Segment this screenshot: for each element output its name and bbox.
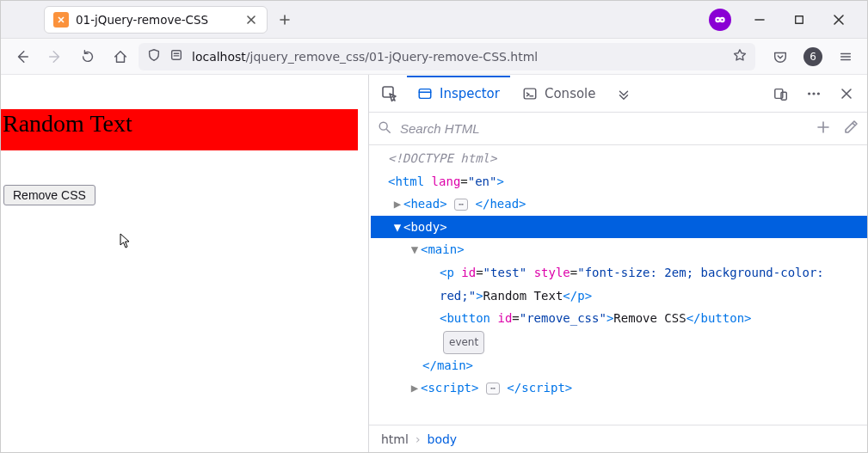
responsive-mode-icon[interactable] [766,78,797,109]
inspector-tab-label: Inspector [440,86,500,101]
devtools-menu-icon[interactable] [798,78,829,109]
p-node[interactable]: p id="test" style="font-size: 2em; backg… [371,261,867,307]
window-titlebar: 01-jQuery-remove-CSS [1,1,867,39]
main-close-node[interactable]: /main [371,354,867,377]
inspector-tab[interactable]: Inspector [407,76,510,112]
html-node[interactable]: html lang="en" [371,170,867,193]
devtools-tabbar: Inspector Console [369,75,867,113]
crumb-body[interactable]: body [428,432,458,446]
eyedropper-icon[interactable] [843,119,859,138]
devtools-search-bar [369,113,867,145]
account-counter[interactable]: 6 [798,42,828,71]
reload-button[interactable] [73,42,102,71]
console-tab[interactable]: Console [512,76,606,112]
bookmark-star-icon[interactable] [733,48,747,64]
app-menu-button[interactable] [831,42,860,71]
devtools-close-icon[interactable] [831,78,862,109]
tab-title: 01-jQuery-remove-CSS [76,13,237,27]
svg-point-13 [812,92,815,95]
back-button[interactable] [8,42,37,71]
page-viewport: Random Text Remove CSS [1,75,368,452]
devtools-panel: Inspector Console [368,75,867,452]
svg-rect-5 [796,15,803,23]
home-button[interactable] [106,42,135,71]
search-icon [378,120,391,137]
button-node[interactable]: button id="remove_css"Remove CSS/button [371,307,867,330]
svg-rect-6 [172,51,182,60]
page-info-icon[interactable] [169,48,183,64]
svg-point-4 [721,18,723,20]
crumb-html[interactable]: html [381,432,409,446]
address-bar[interactable]: localhost/jquery_remove_css/01-jQuery-re… [139,43,755,70]
mouse-cursor-icon [120,233,132,252]
browser-tab[interactable]: 01-jQuery-remove-CSS [44,6,268,34]
head-node[interactable]: ▶head ⋯ /head [371,193,867,216]
script-node[interactable]: ▶script ⋯ /script [371,376,867,400]
element-picker-icon[interactable] [374,78,405,109]
extension-badge-icon[interactable] [709,9,731,31]
body-node-selected[interactable]: ▼body [371,216,867,239]
breadcrumb-bar: html › body [369,425,867,452]
chevron-right-icon: › [416,432,421,446]
svg-rect-9 [524,89,536,99]
forward-button[interactable] [40,42,70,71]
browser-navbar: localhost/jquery_remove_css/01-jQuery-re… [1,39,867,75]
window-close-button[interactable] [819,6,859,34]
random-text-paragraph: Random Text [1,109,358,150]
xampp-favicon-icon [53,12,69,28]
dom-tree[interactable]: <!DOCTYPE html> html lang="en" ▶head ⋯ /… [369,145,867,425]
doctype-node[interactable]: <!DOCTYPE html> [388,151,496,165]
more-tabs-icon[interactable] [608,78,639,109]
svg-point-3 [717,18,718,20]
svg-point-15 [379,122,387,130]
svg-rect-7 [383,87,393,97]
tab-close-icon[interactable] [244,13,258,27]
event-badge[interactable]: event [371,330,867,354]
remove-css-button[interactable]: Remove CSS [3,185,95,205]
pocket-icon[interactable] [766,42,795,71]
svg-rect-8 [419,89,431,98]
url-text: localhost/jquery_remove_css/01-jQuery-re… [192,50,538,64]
window-minimize-button[interactable] [740,6,779,34]
window-maximize-button[interactable] [779,6,819,34]
new-tab-button[interactable] [273,8,297,32]
counter-badge: 6 [803,47,822,66]
console-tab-label: Console [545,86,596,101]
svg-point-12 [808,92,810,95]
add-node-icon[interactable] [816,119,831,138]
shield-icon[interactable] [147,48,161,64]
svg-point-14 [817,92,820,95]
main-node[interactable]: ▼main [371,238,867,261]
html-search-input[interactable] [398,120,809,137]
